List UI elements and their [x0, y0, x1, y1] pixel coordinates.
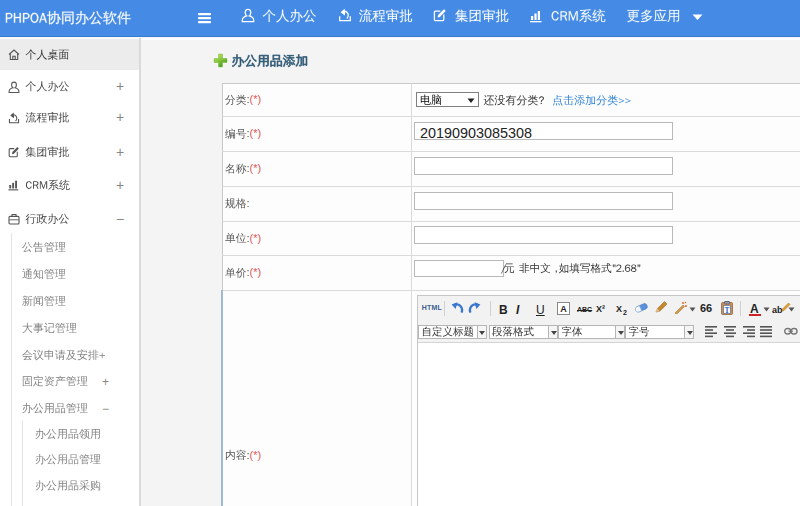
svg-text:A: A [560, 304, 567, 314]
svg-text:T: T [724, 306, 729, 315]
